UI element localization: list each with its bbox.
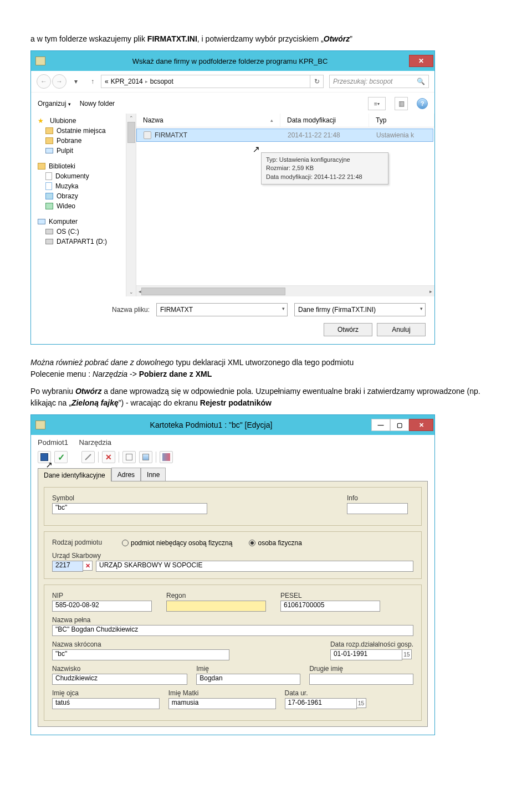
nazwapelna-input[interactable]: "BC" Bogdan Chudzikiewicz xyxy=(52,625,413,636)
file-row-firmatxt[interactable]: FIRMATXT 2014-11-22 21:48 Ustawienia k xyxy=(136,129,433,142)
delete-icon[interactable]: ✕ xyxy=(102,451,115,463)
disk-icon xyxy=(45,239,53,244)
dialog-title: Kartoteka Podmiotu1 : "bc" [Edycja] xyxy=(51,421,371,429)
tree-computer[interactable]: Komputer xyxy=(33,217,124,227)
help-icon[interactable]: ? xyxy=(417,98,428,109)
urzad-clear-button[interactable]: ✕ xyxy=(83,561,93,571)
toolbar-icon-1[interactable] xyxy=(122,451,136,463)
forward-button[interactable]: → xyxy=(52,74,66,89)
open-button[interactable]: Otwórz xyxy=(324,323,372,336)
tree-datapart[interactable]: DATAPART1 (D:) xyxy=(33,237,124,247)
imiematki-input[interactable]: mamusia xyxy=(168,698,276,709)
tree-favorites[interactable]: ★Ulubione xyxy=(33,116,124,126)
app-icon xyxy=(35,421,45,429)
tab-identifikacja[interactable]: Dane identyfikacyjne xyxy=(38,468,111,481)
tab-adres[interactable]: Adres xyxy=(111,468,141,481)
folder-icon xyxy=(45,137,53,144)
new-folder-button[interactable]: Nowy folder xyxy=(80,100,115,107)
urzad-code-input[interactable]: 2217 xyxy=(52,561,83,572)
minimize-button[interactable]: — xyxy=(371,419,390,431)
tab-inne[interactable]: Inne xyxy=(141,468,166,481)
pesel-input[interactable]: 61061700005 xyxy=(280,601,380,612)
imieojca-label: Imię ojca xyxy=(52,689,160,697)
filetype-filter[interactable]: Dane firmy (FirmaTXT.INI)▾ xyxy=(294,303,426,316)
imie-label: Imię xyxy=(196,665,300,673)
h-scroll-thumb[interactable] xyxy=(141,288,285,295)
menu-podmiot[interactable]: Podmiot1 xyxy=(38,438,68,447)
radio-fizyczna[interactable]: osoba fizyczna xyxy=(249,539,301,547)
view-options[interactable]: ≡ ▾ xyxy=(368,97,386,110)
regon-label: Regon xyxy=(166,592,272,599)
footer-row: Nazwa pliku: FIRMATXT▾ Dane firmy (Firma… xyxy=(31,296,434,320)
organize-menu[interactable]: Organizuj ▾ xyxy=(38,100,71,107)
recent-dropdown[interactable]: ▾ xyxy=(70,75,82,88)
tree-downloads[interactable]: Pobrane xyxy=(33,136,124,146)
settings-file-icon xyxy=(144,131,151,139)
col-name[interactable]: Nazwa▴ xyxy=(136,114,280,127)
tree-video[interactable]: Wideo xyxy=(33,201,124,211)
tree-scrollbar[interactable]: ⌃ ⌄ xyxy=(126,114,136,296)
menu-narzedzia[interactable]: Narzędzia xyxy=(79,438,112,447)
h-scrollbar[interactable]: ◂ ▸ xyxy=(136,285,434,296)
drugieimie-input[interactable] xyxy=(309,674,413,685)
tree-os-c[interactable]: OS (C:) xyxy=(33,227,124,237)
search-icon: 🔍 xyxy=(417,78,425,85)
computer-icon xyxy=(38,219,45,224)
filename-input[interactable]: FIRMATXT▾ xyxy=(156,303,288,316)
exit-icon[interactable] xyxy=(160,451,173,463)
search-input[interactable]: Przeszukaj: bcsopot 🔍 xyxy=(329,75,429,88)
urzad-label: Urząd Skarbowy xyxy=(52,552,413,560)
calendar-icon[interactable]: 15 xyxy=(356,698,366,708)
app-icon xyxy=(35,57,45,65)
paragraph-2: Można również pobrać dane z dowolnego ty… xyxy=(30,357,502,380)
toolbar-icon-2[interactable] xyxy=(139,451,152,463)
tree-images[interactable]: Obrazy xyxy=(33,191,124,201)
symbol-input[interactable]: "bc" xyxy=(52,503,207,514)
refresh-button[interactable]: ↻ xyxy=(310,75,324,88)
maximize-button[interactable]: ▢ xyxy=(390,419,409,431)
confirm-icon[interactable]: ✓ xyxy=(54,451,68,463)
tree-music[interactable]: Muzyka xyxy=(33,181,124,191)
disk-icon xyxy=(45,229,53,234)
close-button[interactable]: ✕ xyxy=(409,419,433,431)
dataur-input[interactable]: 17-06-1961 xyxy=(285,698,357,709)
imie-input[interactable]: Bogdan xyxy=(196,674,300,685)
nip-input[interactable]: 585-020-08-92 xyxy=(52,601,152,612)
urzad-name-input[interactable]: URZĄD SKARBOWY W SOPOCIE xyxy=(96,561,413,572)
nazwaskr-input[interactable]: "bc" xyxy=(52,649,229,660)
close-button[interactable]: ✕ xyxy=(409,55,433,67)
datarozp-input[interactable]: 01-01-1991 xyxy=(330,649,402,660)
nazwisko-input[interactable]: Chudzikiewicz xyxy=(52,674,187,685)
rodzaj-label: Rodzaj podmiotu xyxy=(52,539,113,546)
nip-label: NIP xyxy=(52,592,157,599)
breadcrumb[interactable]: « KPR_2014 ▸ bcsopot xyxy=(101,75,310,88)
button-row: Otwórz Anuluj xyxy=(31,320,434,344)
tree-recent[interactable]: Ostatnie miejsca xyxy=(33,126,124,136)
toolbar: ✓ ↖ ✕ xyxy=(31,449,434,468)
cancel-button[interactable]: Anuluj xyxy=(377,323,426,336)
nazwaskr-label: Nazwa skrócona xyxy=(52,640,321,648)
imieojca-input[interactable]: tatuś xyxy=(52,698,160,709)
titlebar: Kartoteka Podmiotu1 : "bc" [Edycja] — ▢ … xyxy=(31,415,434,435)
tree-documents[interactable]: Dokumenty xyxy=(33,171,124,181)
tree-libraries[interactable]: Biblioteki xyxy=(33,161,124,171)
up-button[interactable]: ↑ xyxy=(86,75,99,88)
calendar-icon[interactable]: 15 xyxy=(402,649,412,659)
chevron-down-icon: ▾ xyxy=(420,306,423,311)
crumb-bcsopot[interactable]: bcsopot xyxy=(150,78,173,85)
info-input[interactable] xyxy=(347,503,408,514)
back-button[interactable]: ← xyxy=(37,74,51,89)
preview-toggle[interactable]: ▥ xyxy=(395,97,408,110)
edit-icon[interactable] xyxy=(81,451,95,463)
crumb-kpr[interactable]: KPR_2014 xyxy=(111,78,143,85)
col-type[interactable]: Typ xyxy=(369,114,434,127)
tree-desktop[interactable]: Pulpit xyxy=(33,146,124,156)
entity-form-dialog: Kartoteka Podmiotu1 : "bc" [Edycja] — ▢ … xyxy=(30,414,435,735)
imiematki-label: Imię Matki xyxy=(168,689,276,697)
video-icon xyxy=(45,203,53,209)
col-date[interactable]: Data modyfikacji xyxy=(280,114,369,127)
music-icon xyxy=(45,182,52,190)
scroll-thumb[interactable] xyxy=(127,122,135,143)
radio-niefizyczna[interactable]: podmiot niebędący osobą fizyczną xyxy=(122,539,232,547)
regon-input[interactable] xyxy=(166,601,266,612)
